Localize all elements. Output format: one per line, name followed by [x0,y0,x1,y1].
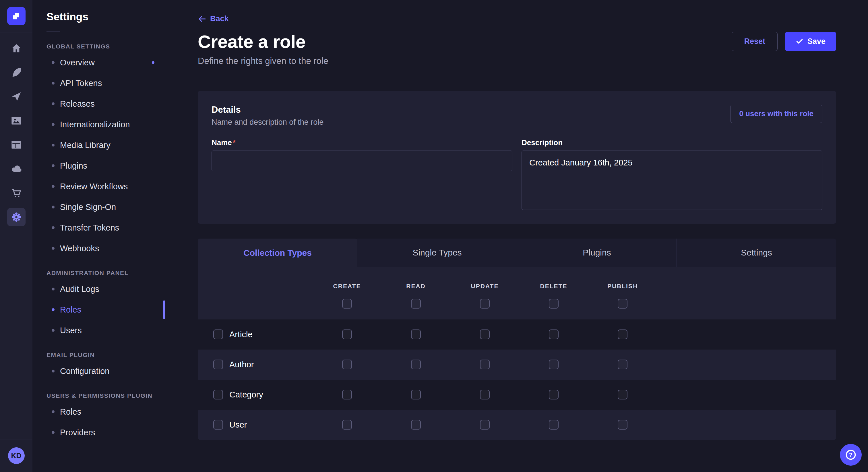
cart-icon[interactable] [7,184,26,202]
cloud-icon[interactable] [7,160,26,178]
table-row-article: Article [198,319,836,349]
select-all-read-checkbox[interactable] [411,299,421,308]
row-select-checkbox[interactable] [213,390,223,400]
select-all-update-checkbox[interactable] [480,299,490,308]
row-label: Article [229,330,253,339]
sidebar-item-review-workflows[interactable]: Review Workflows [46,176,165,197]
sidebar-item-media-library[interactable]: Media Library [46,135,165,156]
row-select-checkbox[interactable] [213,420,223,430]
user-avatar[interactable]: KD [8,447,25,464]
select-all-publish-checkbox[interactable] [618,299,627,308]
name-field-group: Name* [212,138,513,210]
tab-single-types[interactable]: Single Types [358,239,517,267]
author-update-checkbox[interactable] [480,360,490,369]
tab-collection-types[interactable]: Collection Types [198,239,358,267]
name-input[interactable] [212,150,513,171]
sidebar-item-providers[interactable]: Providers [46,422,165,443]
back-link[interactable]: Back [198,14,229,23]
media-library-icon[interactable] [7,111,26,130]
permissions-table: CREATE READ UPDATE DELETE PUBLISH [198,267,836,440]
pen-icon[interactable] [7,63,26,82]
page-title: Create a role [198,31,305,52]
sidebar-item-plugins[interactable]: Plugins [46,156,165,176]
layout-icon[interactable] [7,136,26,154]
article-update-checkbox[interactable] [480,330,490,339]
table-row-author: Author [198,349,836,380]
category-create-checkbox[interactable] [342,390,352,400]
article-create-checkbox[interactable] [342,330,352,339]
details-card-titles: Details Name and description of the role [212,105,323,127]
select-all-delete-checkbox[interactable] [549,299,559,308]
nav-list-global-settings: Overview API Tokens Releases Internation… [46,52,165,259]
sidebar-item-audit-logs[interactable]: Audit Logs [46,279,165,299]
back-label: Back [210,14,229,23]
description-textarea[interactable]: Created January 16th, 2025 [522,150,823,210]
bullet-icon [52,144,55,146]
author-delete-checkbox[interactable] [549,360,559,369]
sidebar-item-api-tokens[interactable]: API Tokens [46,73,165,94]
settings-gear-icon[interactable] [7,208,26,226]
sidebar-item-configuration[interactable]: Configuration [46,361,165,381]
paper-plane-icon[interactable] [7,88,26,106]
user-update-checkbox[interactable] [480,420,490,430]
article-delete-checkbox[interactable] [549,330,559,339]
save-button[interactable]: Save [785,32,836,51]
home-icon[interactable] [7,39,26,58]
sidebar-item-label: Internationalization [60,120,130,129]
sidebar-item-single-sign-on[interactable]: Single Sign-On [46,197,165,217]
sidebar-item-label: Roles [60,407,81,417]
user-delete-checkbox[interactable] [549,420,559,430]
author-publish-checkbox[interactable] [618,360,627,369]
row-select-checkbox[interactable] [213,360,223,369]
tab-settings[interactable]: Settings [677,239,836,267]
sidebar-item-internationalization[interactable]: Internationalization [46,114,165,135]
strapi-admin-app: KD Settings GLOBAL SETTINGS Overview API… [0,0,868,472]
sidebar-item-label: Releases [60,99,95,109]
rail-icon-nav [7,32,26,440]
bullet-icon [52,206,55,208]
sidebar-item-roles-up[interactable]: Roles [46,401,165,422]
permissions-column-headers: CREATE READ UPDATE DELETE PUBLISH [198,267,836,290]
sidebar-item-roles-admin[interactable]: Roles [46,299,165,320]
strapi-logo[interactable] [7,7,26,25]
row-label: User [229,420,247,430]
sidebar-item-overview[interactable]: Overview [46,52,165,73]
article-read-checkbox[interactable] [411,330,421,339]
sidebar-item-label: Users [60,326,82,335]
sidebar-item-label: Providers [60,428,95,437]
row-name-cell: Article [213,330,313,339]
author-read-checkbox[interactable] [411,360,421,369]
author-create-checkbox[interactable] [342,360,352,369]
reset-button[interactable]: Reset [732,32,778,51]
sidebar-item-label: Audit Logs [60,284,99,294]
category-publish-checkbox[interactable] [618,390,627,400]
user-publish-checkbox[interactable] [618,420,627,430]
select-all-create-checkbox[interactable] [342,299,352,308]
category-delete-checkbox[interactable] [549,390,559,400]
help-button[interactable]: ? [840,444,862,466]
row-label: Author [229,360,254,369]
sidebar-item-webhooks[interactable]: Webhooks [46,238,165,259]
tab-plugins[interactable]: Plugins [517,239,677,267]
svg-text:?: ? [849,452,852,458]
user-create-checkbox[interactable] [342,420,352,430]
category-read-checkbox[interactable] [411,390,421,400]
users-with-role-button[interactable]: 0 users with this role [730,105,823,123]
sidebar-item-transfer-tokens[interactable]: Transfer Tokens [46,217,165,238]
bullet-icon [52,226,55,229]
bullet-icon [52,61,55,64]
strapi-logo-icon [11,11,21,21]
category-update-checkbox[interactable] [480,390,490,400]
nav-list-email-plugin: Configuration [46,361,165,381]
article-publish-checkbox[interactable] [618,330,627,339]
bullet-icon [52,164,55,167]
sidebar-item-releases[interactable]: Releases [46,94,165,114]
page-header: Create a role Reset Save [198,31,836,52]
bullet-icon [52,247,55,250]
bullet-icon [52,288,55,291]
row-select-checkbox[interactable] [213,330,223,339]
details-subtitle: Name and description of the role [212,118,323,127]
user-read-checkbox[interactable] [411,420,421,430]
sidebar-item-users[interactable]: Users [46,320,165,341]
settings-subnav: Settings GLOBAL SETTINGS Overview API To… [32,0,165,472]
